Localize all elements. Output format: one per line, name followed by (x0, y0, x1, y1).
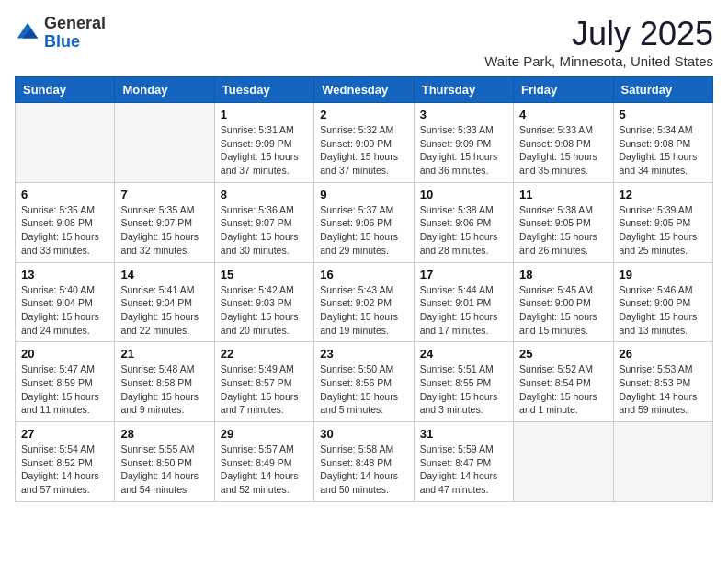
day-number: 14 (120, 268, 208, 282)
day-detail: Sunrise: 5:40 AMSunset: 9:04 PMDaylight:… (21, 283, 108, 338)
calendar-table: SundayMondayTuesdayWednesdayThursdayFrid… (15, 76, 713, 502)
location-subtitle: Waite Park, Minnesota, United States (484, 53, 713, 69)
day-detail: Sunrise: 5:58 AMSunset: 8:48 PMDaylight:… (320, 442, 407, 497)
day-number: 2 (320, 108, 407, 121)
calendar-cell: 17Sunrise: 5:44 AMSunset: 9:01 PMDayligh… (414, 262, 513, 342)
day-number: 16 (320, 268, 407, 282)
day-number: 31 (420, 427, 507, 441)
day-detail: Sunrise: 5:32 AMSunset: 9:09 PMDaylight:… (320, 123, 407, 178)
day-number: 19 (620, 268, 707, 282)
day-detail: Sunrise: 5:59 AMSunset: 8:47 PMDaylight:… (420, 442, 507, 497)
day-detail: Sunrise: 5:44 AMSunset: 9:01 PMDaylight:… (420, 283, 507, 338)
day-detail: Sunrise: 5:46 AMSunset: 9:00 PMDaylight:… (620, 283, 707, 338)
calendar-cell: 11Sunrise: 5:38 AMSunset: 9:05 PMDayligh… (514, 182, 613, 262)
calendar-cell: 14Sunrise: 5:41 AMSunset: 9:04 PMDayligh… (115, 262, 214, 342)
day-detail: Sunrise: 5:33 AMSunset: 9:08 PMDaylight:… (519, 123, 607, 178)
day-number: 27 (21, 427, 108, 441)
weekday-header: Friday (514, 77, 613, 103)
day-detail: Sunrise: 5:53 AMSunset: 8:53 PMDaylight:… (620, 362, 707, 417)
day-number: 5 (620, 108, 707, 121)
day-number: 18 (519, 268, 607, 282)
day-number: 15 (221, 268, 308, 282)
calendar-cell (16, 103, 115, 183)
calendar-cell: 24Sunrise: 5:51 AMSunset: 8:55 PMDayligh… (414, 342, 513, 422)
page-header: General Blue July 2025 Waite Park, Minne… (15, 15, 713, 69)
calendar-cell (514, 422, 613, 502)
day-number: 26 (620, 347, 707, 361)
calendar-cell: 10Sunrise: 5:38 AMSunset: 9:06 PMDayligh… (414, 182, 513, 262)
calendar-cell: 18Sunrise: 5:45 AMSunset: 9:00 PMDayligh… (514, 262, 613, 342)
calendar-cell: 9Sunrise: 5:37 AMSunset: 9:06 PMDaylight… (314, 182, 414, 262)
logo: General Blue (15, 15, 106, 52)
day-number: 3 (420, 108, 507, 121)
weekday-header: Tuesday (214, 77, 313, 103)
calendar-cell: 25Sunrise: 5:52 AMSunset: 8:54 PMDayligh… (514, 342, 613, 422)
day-detail: Sunrise: 5:55 AMSunset: 8:50 PMDaylight:… (120, 442, 208, 497)
day-number: 13 (21, 268, 108, 282)
weekday-header: Saturday (613, 77, 712, 103)
day-number: 30 (320, 427, 407, 441)
day-detail: Sunrise: 5:41 AMSunset: 9:04 PMDaylight:… (120, 283, 208, 338)
calendar-cell: 30Sunrise: 5:58 AMSunset: 8:48 PMDayligh… (314, 422, 414, 502)
day-detail: Sunrise: 5:39 AMSunset: 9:05 PMDaylight:… (620, 203, 707, 258)
day-detail: Sunrise: 5:38 AMSunset: 9:06 PMDaylight:… (420, 203, 507, 258)
calendar-cell: 22Sunrise: 5:49 AMSunset: 8:57 PMDayligh… (214, 342, 313, 422)
calendar-cell: 21Sunrise: 5:48 AMSunset: 8:58 PMDayligh… (115, 342, 214, 422)
day-detail: Sunrise: 5:50 AMSunset: 8:56 PMDaylight:… (320, 362, 407, 417)
weekday-header: Thursday (414, 77, 513, 103)
day-number: 1 (221, 108, 308, 121)
day-number: 23 (320, 347, 407, 361)
logo-general-text: General (44, 14, 106, 32)
calendar-cell (613, 422, 712, 502)
day-number: 21 (120, 347, 208, 361)
day-detail: Sunrise: 5:33 AMSunset: 9:09 PMDaylight:… (420, 123, 507, 178)
day-detail: Sunrise: 5:35 AMSunset: 9:08 PMDaylight:… (21, 203, 108, 258)
day-detail: Sunrise: 5:52 AMSunset: 8:54 PMDaylight:… (519, 362, 607, 417)
day-number: 7 (120, 188, 208, 201)
day-detail: Sunrise: 5:48 AMSunset: 8:58 PMDaylight:… (120, 362, 208, 417)
calendar-cell: 28Sunrise: 5:55 AMSunset: 8:50 PMDayligh… (115, 422, 214, 502)
calendar-cell: 20Sunrise: 5:47 AMSunset: 8:59 PMDayligh… (16, 342, 115, 422)
day-detail: Sunrise: 5:45 AMSunset: 9:00 PMDaylight:… (519, 283, 607, 338)
calendar-cell: 16Sunrise: 5:43 AMSunset: 9:02 PMDayligh… (314, 262, 414, 342)
day-detail: Sunrise: 5:43 AMSunset: 9:02 PMDaylight:… (320, 283, 407, 338)
day-detail: Sunrise: 5:36 AMSunset: 9:07 PMDaylight:… (221, 203, 308, 258)
day-number: 17 (420, 268, 507, 282)
day-number: 25 (519, 347, 607, 361)
calendar-cell: 31Sunrise: 5:59 AMSunset: 8:47 PMDayligh… (414, 422, 513, 502)
calendar-cell: 15Sunrise: 5:42 AMSunset: 9:03 PMDayligh… (214, 262, 313, 342)
day-number: 20 (21, 347, 108, 361)
calendar-cell (115, 103, 214, 183)
day-detail: Sunrise: 5:34 AMSunset: 9:08 PMDaylight:… (620, 123, 707, 178)
day-detail: Sunrise: 5:35 AMSunset: 9:07 PMDaylight:… (120, 203, 208, 258)
day-detail: Sunrise: 5:38 AMSunset: 9:05 PMDaylight:… (519, 203, 607, 258)
calendar-cell: 29Sunrise: 5:57 AMSunset: 8:49 PMDayligh… (214, 422, 313, 502)
calendar-cell: 4Sunrise: 5:33 AMSunset: 9:08 PMDaylight… (514, 103, 613, 183)
calendar-cell: 13Sunrise: 5:40 AMSunset: 9:04 PMDayligh… (16, 262, 115, 342)
calendar-cell: 6Sunrise: 5:35 AMSunset: 9:08 PMDaylight… (16, 182, 115, 262)
day-number: 28 (120, 427, 208, 441)
weekday-header: Sunday (16, 77, 115, 103)
calendar-cell: 7Sunrise: 5:35 AMSunset: 9:07 PMDaylight… (115, 182, 214, 262)
day-number: 9 (320, 188, 407, 201)
calendar-cell: 3Sunrise: 5:33 AMSunset: 9:09 PMDaylight… (414, 103, 513, 183)
day-number: 22 (221, 347, 308, 361)
day-number: 24 (420, 347, 507, 361)
calendar-cell: 5Sunrise: 5:34 AMSunset: 9:08 PMDaylight… (613, 103, 712, 183)
calendar-cell: 26Sunrise: 5:53 AMSunset: 8:53 PMDayligh… (613, 342, 712, 422)
day-detail: Sunrise: 5:54 AMSunset: 8:52 PMDaylight:… (21, 442, 108, 497)
day-detail: Sunrise: 5:49 AMSunset: 8:57 PMDaylight:… (221, 362, 308, 417)
day-number: 29 (221, 427, 308, 441)
day-detail: Sunrise: 5:31 AMSunset: 9:09 PMDaylight:… (221, 123, 308, 178)
logo-icon (15, 20, 40, 46)
day-detail: Sunrise: 5:42 AMSunset: 9:03 PMDaylight:… (221, 283, 308, 338)
weekday-header: Monday (115, 77, 214, 103)
day-number: 12 (620, 188, 707, 201)
day-number: 8 (221, 188, 308, 201)
day-detail: Sunrise: 5:51 AMSunset: 8:55 PMDaylight:… (420, 362, 507, 417)
day-number: 11 (519, 188, 607, 201)
day-number: 4 (519, 108, 607, 121)
logo-blue-text: Blue (44, 32, 80, 51)
calendar-cell: 19Sunrise: 5:46 AMSunset: 9:00 PMDayligh… (613, 262, 712, 342)
day-detail: Sunrise: 5:47 AMSunset: 8:59 PMDaylight:… (21, 362, 108, 417)
